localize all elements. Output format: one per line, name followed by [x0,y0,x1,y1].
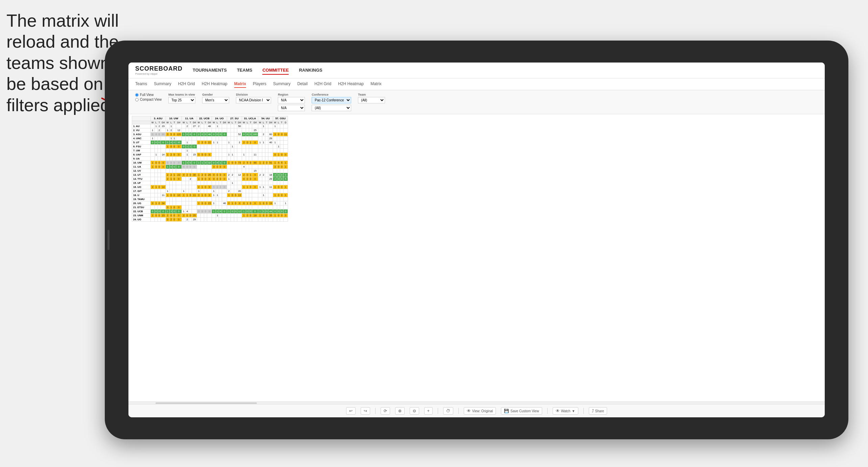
matrix-cell: 5 [170,132,173,137]
compact-view-radio[interactable]: Compact View [135,98,162,101]
nav-teams[interactable]: TEAMS [237,66,252,75]
toolbar-sep-5 [583,408,584,414]
matrix-cell [151,193,155,197]
matrix-cell [268,193,273,197]
matrix-cell: 32 [207,161,212,165]
plus-button[interactable]: + [424,407,433,415]
matrix-cell [219,181,222,185]
matrix-cell: 0 [173,214,176,218]
matrix-cell [227,181,231,185]
matrix-cell [280,145,283,149]
matrix-cell [212,157,216,161]
matrix-cell: 0 [189,214,192,218]
undo-button[interactable]: ↩ [346,407,356,415]
matrix-cell [182,201,186,205]
matrix-cell: 4 [216,161,219,165]
matrix-cell: 0 [204,177,207,181]
refresh-button[interactable]: ⟳ [381,407,390,415]
matrix-cell: 5 [283,177,288,181]
team-select[interactable]: (All) [358,97,385,103]
sub-nav-matrix2[interactable]: Matrix [370,80,382,88]
matrix-cell [182,124,186,128]
matrix-cell: 1 [283,193,288,197]
conference-select[interactable]: Pac-12 Conference (All) ACC Big Ten [312,97,351,103]
matrix-cell [227,157,231,161]
matrix-cell: 0 [252,210,258,214]
table-row: 4. UNC11129 [132,137,288,141]
matrix-cell [258,165,262,169]
horizontal-scrollbar[interactable] [128,401,825,404]
nav-tournaments[interactable]: TOURNAMENTS [193,66,227,75]
matrix-cell [182,185,186,189]
sub-nav-teams[interactable]: Teams [135,80,147,88]
matrix-cell: 0 [166,132,170,137]
matrix-cell: 1 [249,173,252,177]
zoom-in-icon: ⊕ [398,409,402,413]
full-view-radio[interactable]: Full View [135,93,162,97]
sub-nav-h2h-grid[interactable]: H2H Grid [178,80,195,88]
matrix-cell: 0 [182,165,186,169]
matrix-cell [222,181,227,185]
save-custom-view-button[interactable]: 💾 Save Custom View [501,407,542,415]
matrix-cell [258,137,262,141]
scroll-thumb[interactable] [155,402,257,404]
max-teams-select[interactable]: Top 25 Top 50 All [168,97,195,103]
matrix-cell [231,141,234,145]
matrix-cell [283,145,288,149]
sub-nav-h2h-grid2[interactable]: H2H Grid [314,80,331,88]
watch-button[interactable]: 👁 Watch ▼ [553,407,578,415]
sub-nav-h2h-heatmap2[interactable]: H2H Heatmap [338,80,364,88]
matrix-cell [154,128,158,132]
sub-nav-h2h-heatmap[interactable]: H2H Heatmap [202,80,227,88]
conference-select-2[interactable]: (All) [312,105,351,111]
matrix-cell [265,193,268,197]
zoom-out-button[interactable]: ⊖ [410,407,419,415]
matrix-cell [231,165,234,169]
matrix-cell [252,145,258,149]
matrix-cell [227,132,231,137]
matrix-cell [234,149,237,153]
matrix-cell [222,193,227,197]
matrix-cell: 0 [222,132,227,137]
matrix-cell: 0 [277,214,280,218]
matrix-cell: 3 [212,165,216,169]
matrix-cell: 0 [283,173,288,177]
sub-h-w4: W [197,121,201,124]
matrix-cell: 0 [182,145,186,149]
zoom-in-button[interactable]: ⊕ [395,407,405,415]
nav-rankings[interactable]: RANKINGS [299,66,322,75]
matrix-cell [158,145,161,149]
share-button[interactable]: ⤴ Share [589,407,607,415]
matrix-cell [227,214,231,218]
gender-select[interactable]: Men's Women's [202,97,229,103]
redo-button[interactable]: ↪ [361,407,370,415]
sub-nav-matrix[interactable]: Matrix [234,80,246,88]
matrix-cell: 0 [246,141,249,145]
sub-nav-players[interactable]: Players [253,80,266,88]
matrix-cell [273,205,277,210]
matrix-cell: 0 [216,132,219,137]
sub-nav-detail[interactable]: Detail [297,80,308,88]
matrix-cell [246,153,249,157]
sub-nav-summary[interactable]: Summary [154,80,171,88]
matrix-scroll-container[interactable]: 3. ASU 10. UW 11. UA 22. UCB 24. UO 27. … [128,114,825,401]
view-original-button[interactable]: 👁 View: Original [464,407,496,415]
matrix-cell [201,214,204,218]
matrix-cell: 1 [212,201,216,205]
matrix-cell [268,218,273,222]
matrix-cell: 0 [201,201,204,205]
col-header-uo: 24. UO [212,116,227,121]
share-label: Share [595,409,604,413]
matrix-cell: 0 [280,165,283,169]
region-select[interactable]: N/A Northeast Southeast Midwest West [278,97,305,103]
sub-nav-summary2[interactable]: Summary [273,80,290,88]
matrix-cell [161,145,166,149]
matrix-cell: 1 [283,165,288,169]
matrix-cell [216,181,219,185]
timer-button[interactable]: ⏱ [443,407,453,415]
matrix-cell [273,137,277,141]
region-select-2[interactable]: N/A [278,105,305,111]
division-select[interactable]: NCAA Division I NCAA Division II [236,97,271,103]
nav-committee[interactable]: COMMITTEE [262,66,289,75]
matrix-cell: 2 [189,177,192,181]
